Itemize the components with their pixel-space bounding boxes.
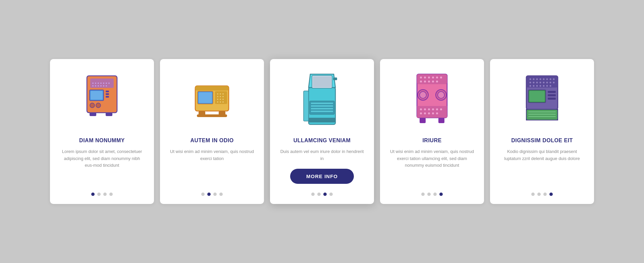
svg-point-60	[428, 76, 430, 78]
card-2-text: Ut wisi enim ad minim veniam, quis nostr…	[169, 148, 255, 183]
svg-point-92	[540, 78, 541, 80]
svg-point-70	[420, 92, 426, 98]
svg-rect-27	[199, 92, 212, 103]
cards-container: DIAM NONUMMY Lorem ipsum dolor sit amet,…	[30, 46, 614, 218]
card-1-title: DIAM NONUMMY	[79, 138, 125, 144]
svg-point-66	[428, 81, 430, 83]
svg-point-94	[546, 78, 548, 80]
svg-point-31	[222, 93, 224, 95]
svg-point-33	[220, 96, 221, 97]
svg-point-111	[550, 85, 551, 87]
svg-point-20	[90, 103, 95, 108]
svg-point-4	[98, 83, 99, 84]
svg-point-67	[432, 81, 434, 83]
dot-3-3	[323, 193, 327, 196]
dot-3-2	[317, 193, 321, 196]
dot-2-3	[213, 193, 217, 196]
svg-rect-19	[106, 96, 109, 98]
card-4-icon	[405, 69, 459, 129]
svg-point-39	[220, 101, 221, 103]
svg-point-97	[530, 82, 531, 83]
svg-point-93	[543, 78, 545, 80]
svg-point-34	[222, 96, 224, 97]
svg-rect-116	[548, 98, 556, 100]
svg-rect-28	[215, 91, 227, 104]
svg-point-37	[222, 99, 224, 100]
svg-rect-22	[90, 113, 96, 116]
dot-3-4	[329, 193, 333, 196]
svg-point-84	[436, 112, 438, 114]
svg-point-72	[438, 92, 444, 98]
svg-point-99	[536, 82, 538, 83]
card-2-icon	[185, 69, 239, 129]
svg-point-74	[420, 108, 422, 110]
card-3-dots	[311, 189, 333, 196]
svg-point-96	[553, 78, 555, 80]
svg-point-10	[95, 85, 96, 87]
svg-rect-1	[90, 78, 114, 88]
svg-rect-17	[106, 91, 109, 92]
svg-point-77	[432, 108, 434, 110]
dot-4-3	[433, 193, 437, 196]
dot-2-2	[207, 193, 211, 196]
svg-point-75	[424, 108, 426, 110]
card-4-title: IRIURE	[422, 138, 441, 144]
svg-point-30	[220, 93, 221, 95]
svg-point-38	[217, 101, 218, 103]
more-info-button[interactable]: MORE INFO	[290, 169, 354, 184]
svg-rect-18	[106, 93, 109, 95]
svg-point-62	[436, 76, 438, 78]
svg-point-98	[533, 82, 535, 83]
svg-point-108	[540, 85, 541, 87]
svg-point-21	[96, 103, 101, 108]
svg-point-12	[100, 85, 102, 87]
svg-point-63	[440, 76, 442, 78]
svg-point-83	[432, 112, 434, 114]
svg-point-80	[420, 112, 422, 114]
svg-rect-25	[195, 86, 229, 91]
svg-point-8	[108, 83, 110, 84]
card-5-icon	[515, 69, 569, 129]
svg-point-29	[217, 93, 218, 95]
svg-rect-115	[548, 94, 556, 96]
svg-rect-55	[304, 91, 309, 121]
svg-point-58	[420, 76, 422, 78]
svg-rect-43	[197, 114, 227, 117]
svg-point-110	[546, 85, 548, 87]
svg-point-6	[103, 83, 104, 84]
card-2-dots	[201, 189, 223, 196]
svg-point-106	[533, 85, 535, 87]
svg-point-5	[100, 83, 102, 84]
dot-3-1	[311, 193, 315, 196]
dot-5-4	[549, 193, 553, 196]
svg-rect-16	[91, 91, 103, 100]
svg-point-13	[103, 85, 104, 87]
card-1: DIAM NONUMMY Lorem ipsum dolor sit amet,…	[50, 59, 154, 204]
svg-rect-114	[548, 91, 556, 93]
card-5-title: DIGNISSIM DOLOE EIT	[511, 138, 573, 144]
svg-point-95	[550, 78, 551, 80]
svg-point-82	[428, 112, 430, 114]
svg-rect-51	[311, 105, 333, 107]
svg-point-78	[436, 108, 438, 110]
svg-rect-53	[311, 111, 333, 112]
svg-rect-52	[311, 108, 333, 109]
dot-2-4	[219, 193, 223, 196]
card-4-text: Ut wisi enim ad minim veniam, quis nostr…	[389, 148, 475, 183]
svg-point-109	[543, 85, 545, 87]
svg-rect-23	[106, 113, 112, 116]
svg-point-11	[98, 85, 99, 87]
dot-4-2	[427, 193, 431, 196]
svg-point-103	[550, 82, 551, 83]
svg-point-79	[440, 108, 442, 110]
svg-point-32	[217, 96, 218, 97]
svg-point-90	[533, 78, 535, 80]
svg-point-9	[92, 85, 94, 87]
dot-2-1	[201, 193, 205, 196]
svg-point-105	[530, 85, 531, 87]
svg-rect-119	[528, 111, 556, 112]
svg-rect-121	[528, 116, 556, 117]
svg-point-59	[424, 76, 426, 78]
svg-point-68	[436, 81, 438, 83]
svg-point-104	[553, 82, 555, 83]
